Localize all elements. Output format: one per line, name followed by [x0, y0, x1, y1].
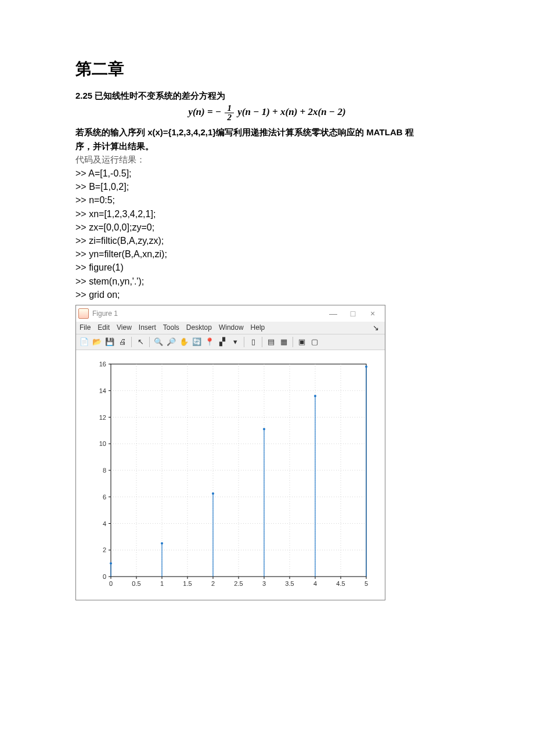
svg-text:4: 4: [313, 580, 317, 587]
svg-text:10: 10: [99, 440, 106, 447]
rotate-icon[interactable]: 🔄: [191, 336, 203, 348]
toolbar-separator: [149, 337, 150, 347]
svg-text:0: 0: [103, 573, 106, 580]
open-icon[interactable]: 📂: [91, 336, 103, 348]
chapter-title: 第二章: [75, 58, 459, 80]
problem-heading: 2.25 已知线性时不变系统的差分方程为: [75, 91, 459, 102]
matlab-figure-icon: [78, 308, 89, 319]
zoom-out-icon[interactable]: 🔎: [165, 336, 177, 348]
difference-equation: y(n) = − 1 2 y(n − 1) + x(n) + 2x(n − 2): [75, 104, 459, 122]
svg-point-64: [263, 428, 265, 430]
svg-text:1.5: 1.5: [183, 580, 192, 587]
svg-point-60: [161, 542, 163, 545]
svg-text:14: 14: [99, 387, 106, 394]
document-page: 第二章 2.25 已知线性时不变系统的差分方程为 y(n) = − 1 2 y(…: [0, 0, 534, 756]
insert-legend-icon[interactable]: ▤: [265, 336, 277, 348]
plot-tools-icon[interactable]: ▦: [278, 336, 290, 348]
svg-point-58: [110, 562, 112, 564]
svg-text:3.5: 3.5: [285, 580, 294, 587]
desc-line: 若系统的输入序列 x(x)={1,2,3,4,2,1}编写利用递推法计算系统零状…: [75, 127, 414, 137]
problem-description: 若系统的输入序列 x(x)={1,2,3,4,2,1}编写利用递推法计算系统零状…: [75, 125, 459, 153]
toolbar: 📄 📂 💾 🖨 ↖ 🔍 🔎 ✋ 🔄 📍 ▞ ▾ ▯ ▤ ▦ ▣ ▢: [76, 334, 385, 350]
window-title: Figure 1: [92, 309, 118, 318]
menu-item[interactable]: Edit: [98, 323, 110, 332]
menu-item[interactable]: Insert: [139, 323, 156, 332]
svg-text:2.5: 2.5: [234, 580, 243, 587]
toolbar-separator: [131, 337, 132, 347]
toolbar-separator: [262, 337, 262, 347]
pan-icon[interactable]: ✋: [178, 336, 190, 348]
formula-fraction: 1 2: [225, 104, 234, 122]
menu-bar: FileEditViewInsertToolsDesktopWindowHelp…: [76, 322, 385, 334]
brush-icon[interactable]: ▞: [217, 336, 228, 348]
svg-point-66: [314, 395, 316, 397]
link-icon[interactable]: ▾: [229, 336, 241, 348]
hide-tools-icon[interactable]: ▣: [296, 336, 308, 348]
formula-left: y(n) = −: [188, 106, 221, 117]
insert-colorbar-icon[interactable]: ▯: [247, 336, 259, 348]
menu-item[interactable]: View: [117, 323, 132, 332]
code-subheading: 代码及运行结果：: [75, 154, 459, 165]
matlab-code-block: >> A=[1,-0.5]; >> B=[1,0,2]; >> n=0:5; >…: [75, 167, 459, 301]
svg-text:2: 2: [103, 546, 106, 553]
formula-numerator: 1: [225, 104, 234, 113]
figure-window: Figure 1 — □ × FileEditViewInsertToolsDe…: [75, 305, 385, 600]
svg-text:3: 3: [262, 580, 266, 587]
new-figure-icon[interactable]: 📄: [78, 336, 90, 348]
menu-item[interactable]: Desktop: [186, 323, 212, 332]
stem-chart: 00.511.522.533.544.550246810121416: [76, 356, 378, 594]
zoom-in-icon[interactable]: 🔍: [153, 336, 164, 348]
svg-text:2: 2: [211, 580, 215, 587]
menu-item[interactable]: File: [80, 323, 91, 332]
close-button[interactable]: ×: [363, 308, 383, 319]
svg-text:4.5: 4.5: [336, 580, 345, 587]
svg-text:4: 4: [103, 520, 106, 527]
svg-text:16: 16: [99, 361, 106, 368]
toolbar-separator: [293, 337, 293, 347]
menu-item[interactable]: Help: [251, 323, 265, 332]
titlebar[interactable]: Figure 1 — □ ×: [76, 305, 385, 322]
print-icon[interactable]: 🖨: [117, 336, 128, 348]
minimize-button[interactable]: —: [323, 308, 343, 319]
formula-right: y(n − 1) + x(n) + 2x(n − 2): [237, 106, 345, 117]
menu-item[interactable]: Window: [219, 323, 244, 332]
save-icon[interactable]: 💾: [104, 336, 116, 348]
svg-text:6: 6: [103, 494, 106, 501]
svg-point-62: [212, 492, 214, 495]
show-tools-icon[interactable]: ▢: [309, 336, 320, 348]
menu-item[interactable]: Tools: [163, 323, 179, 332]
svg-text:1: 1: [160, 580, 164, 587]
svg-point-68: [365, 365, 367, 368]
formula-denominator: 2: [225, 113, 234, 122]
svg-text:5: 5: [365, 580, 368, 587]
toolbar-separator: [244, 337, 244, 347]
data-cursor-icon[interactable]: 📍: [204, 336, 215, 348]
svg-text:12: 12: [99, 413, 106, 420]
pointer-icon[interactable]: ↖: [135, 336, 146, 348]
maximize-button[interactable]: □: [343, 308, 363, 319]
menu-overflow-icon[interactable]: ↘: [373, 323, 379, 332]
plot-area: 00.511.522.533.544.550246810121416: [76, 350, 385, 600]
svg-text:8: 8: [103, 467, 106, 474]
svg-text:0: 0: [109, 580, 113, 587]
svg-text:0.5: 0.5: [132, 580, 140, 587]
desc-line: 序，并计算出结果。: [75, 141, 154, 151]
